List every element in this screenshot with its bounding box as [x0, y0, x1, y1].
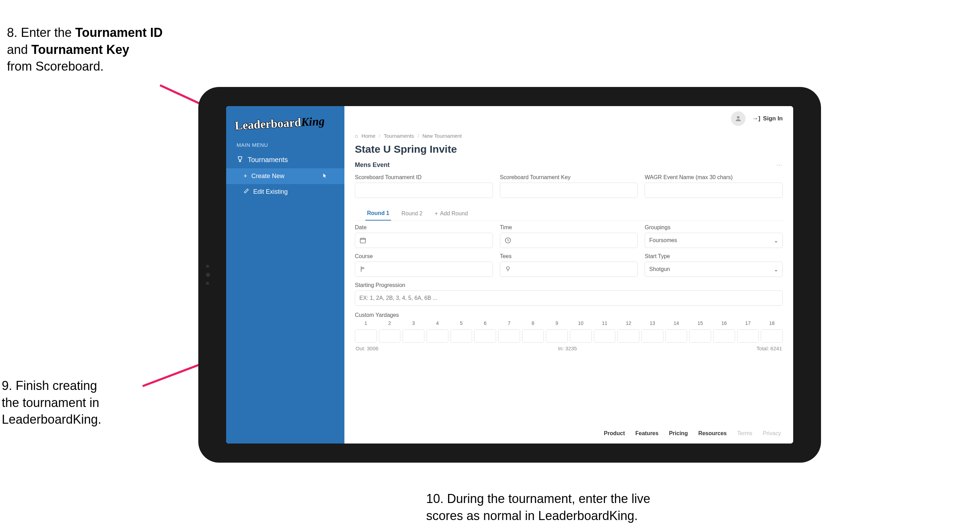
start-type-select[interactable]: Shotgun ⌄	[644, 261, 783, 277]
home-icon: ⌂	[355, 133, 358, 139]
chevron-down-icon: ⌄	[774, 237, 778, 244]
tab-round-2[interactable]: Round 2	[400, 207, 425, 220]
sidebar-item-label: Create New	[251, 172, 285, 180]
avatar[interactable]	[731, 111, 746, 126]
footer-product[interactable]: Product	[604, 430, 625, 436]
tees-input[interactable]	[500, 261, 638, 277]
add-round-button[interactable]: + Add Round	[433, 207, 470, 220]
yardage-input[interactable]	[665, 330, 687, 342]
plus-icon: +	[435, 210, 438, 217]
signin-button[interactable]: →] Sign In	[752, 115, 783, 122]
yardage-input[interactable]	[617, 330, 640, 342]
edit-icon	[243, 188, 249, 196]
footer-privacy[interactable]: Privacy	[763, 430, 781, 436]
annotation-step-9: 9. Finish creating the tournament in Lea…	[2, 377, 101, 428]
label-date: Date	[355, 224, 493, 231]
yardage-input[interactable]	[379, 330, 401, 342]
yardage-inputs	[355, 330, 783, 342]
label-course: Course	[355, 253, 493, 260]
sidebar-item-label: Tournaments	[248, 156, 288, 164]
yardage-input[interactable]	[570, 330, 592, 342]
label-tees: Tees	[500, 253, 638, 260]
scoreboard-id-input[interactable]	[355, 183, 493, 198]
annotation-step-10: 10. During the tournament, enter the liv…	[426, 490, 650, 524]
yardage-input[interactable]	[594, 330, 616, 342]
tablet-screen: LeaderboardKing MAIN MENU Tournaments + …	[226, 106, 793, 444]
starting-progression-input[interactable]	[355, 290, 783, 306]
yardage-input[interactable]	[641, 330, 663, 342]
logo: LeaderboardKing	[226, 110, 345, 142]
clock-icon	[504, 237, 511, 244]
yardage-input[interactable]	[450, 330, 473, 342]
sidebar-item-label: Edit Existing	[253, 188, 288, 196]
footer: Product Features Pricing Resources Terms…	[344, 424, 793, 444]
flag-icon	[360, 266, 366, 273]
annotation-step-8: 8. Enter the Tournament ID and Tournamen…	[7, 24, 162, 75]
footer-features[interactable]: Features	[635, 430, 659, 436]
label-start-type: Start Type	[644, 253, 783, 260]
trophy-icon	[237, 156, 243, 164]
course-input[interactable]	[355, 261, 493, 277]
svg-point-5	[506, 267, 509, 269]
label-custom-yardages: Custom Yardages	[355, 312, 783, 318]
tablet-frame: LeaderboardKing MAIN MENU Tournaments + …	[198, 87, 821, 463]
sidebar-item-tournaments[interactable]: Tournaments	[226, 151, 344, 168]
time-input[interactable]	[500, 233, 638, 248]
breadcrumb-new: New Tournament	[422, 133, 461, 139]
plus-icon: +	[243, 172, 247, 180]
breadcrumb-home[interactable]: Home	[361, 133, 375, 139]
tee-icon	[504, 266, 511, 273]
svg-rect-3	[360, 238, 366, 243]
yardage-input[interactable]	[546, 330, 568, 342]
user-icon	[734, 115, 742, 123]
yardage-totals: Out: 3006 In: 3235 Total: 6241	[355, 342, 783, 354]
more-icon[interactable]: ⋯	[776, 162, 783, 168]
sidebar-item-edit-existing[interactable]: Edit Existing	[226, 184, 344, 200]
yardage-input[interactable]	[498, 330, 520, 342]
label-sb-id: Scoreboard Tournament ID	[355, 174, 493, 180]
signin-icon: →]	[752, 115, 760, 122]
yardage-input[interactable]	[737, 330, 759, 342]
breadcrumb-tournaments[interactable]: Tournaments	[384, 133, 414, 139]
label-wagr: WAGR Event Name (max 30 chars)	[644, 174, 783, 180]
label-groupings: Groupings	[644, 224, 783, 231]
wagr-name-input[interactable]	[644, 183, 783, 198]
chevron-down-icon: ⌄	[774, 266, 778, 273]
breadcrumb: ⌂ Home / Tournaments / New Tournament	[344, 131, 793, 140]
yardage-header: 1 2 3 4 5 6 7 8 9 10 11 12 13 14 15 16 1	[355, 320, 783, 327]
tablet-camera	[206, 265, 210, 285]
main-content: →] Sign In ⌂ Home / Tournaments / New To…	[344, 106, 793, 444]
round-tabs: Round 1 Round 2 + Add Round	[355, 201, 783, 221]
label-sb-key: Scoreboard Tournament Key	[500, 174, 638, 180]
yardage-input[interactable]	[522, 330, 544, 342]
scoreboard-key-input[interactable]	[500, 183, 638, 198]
tab-round-1[interactable]: Round 1	[365, 207, 391, 221]
label-starting-prog: Starting Progression	[355, 282, 783, 288]
page-title: State U Spring Invite	[344, 140, 793, 159]
footer-pricing[interactable]: Pricing	[669, 430, 688, 436]
yardage-input[interactable]	[355, 330, 377, 342]
svg-point-2	[737, 116, 739, 119]
yardage-input[interactable]	[689, 330, 711, 342]
sidebar: LeaderboardKing MAIN MENU Tournaments + …	[226, 106, 344, 444]
groupings-select[interactable]: Foursomes ⌄	[644, 233, 783, 248]
label-time: Time	[500, 224, 638, 231]
topbar: →] Sign In	[344, 106, 793, 131]
footer-resources[interactable]: Resources	[698, 430, 727, 436]
event-title: Mens Event	[355, 161, 390, 169]
yardage-input[interactable]	[402, 330, 425, 342]
yardage-input[interactable]	[761, 330, 783, 342]
yardage-input[interactable]	[713, 330, 735, 342]
date-input[interactable]	[355, 233, 493, 248]
calendar-icon	[360, 237, 366, 244]
yardage-input[interactable]	[426, 330, 449, 342]
yardage-input[interactable]	[474, 330, 496, 342]
footer-terms[interactable]: Terms	[737, 430, 752, 436]
sidebar-item-create-new[interactable]: + Create New	[226, 168, 344, 184]
cursor-icon	[321, 173, 327, 180]
